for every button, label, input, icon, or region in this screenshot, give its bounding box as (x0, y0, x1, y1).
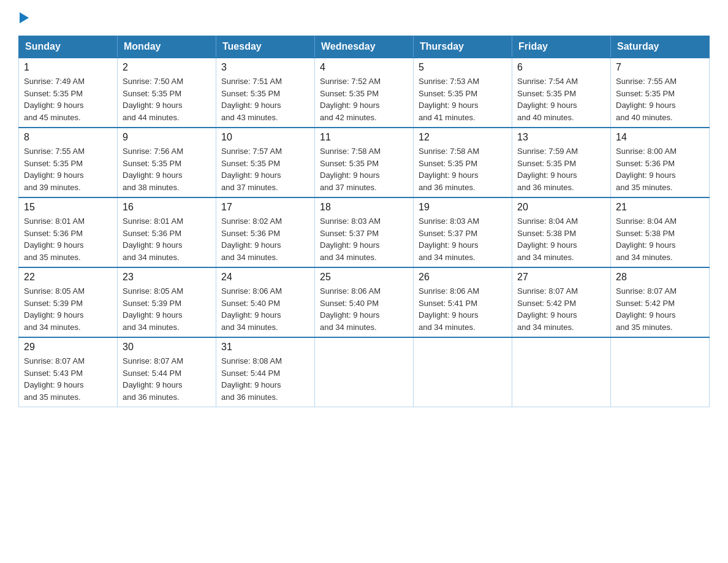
calendar-day-cell: 5 Sunrise: 7:53 AM Sunset: 5:35 PM Dayli… (414, 58, 512, 128)
calendar-day-cell: 8 Sunrise: 7:55 AM Sunset: 5:35 PM Dayli… (19, 128, 118, 197)
day-number: 26 (419, 272, 507, 283)
day-info: Sunrise: 8:04 AM Sunset: 5:38 PM Dayligh… (517, 215, 605, 263)
calendar-day-cell: 15 Sunrise: 8:01 AM Sunset: 5:36 PM Dayl… (19, 197, 118, 267)
calendar-table: SundayMondayTuesdayWednesdayThursdayFrid… (18, 36, 710, 407)
calendar-week-row: 22 Sunrise: 8:05 AM Sunset: 5:39 PM Dayl… (19, 267, 710, 337)
day-number: 2 (123, 62, 211, 73)
day-info: Sunrise: 8:05 AM Sunset: 5:39 PM Dayligh… (123, 285, 211, 333)
day-info: Sunrise: 8:01 AM Sunset: 5:36 PM Dayligh… (24, 215, 112, 263)
day-number: 10 (221, 132, 309, 143)
day-number: 24 (221, 272, 309, 283)
day-number: 22 (24, 272, 112, 283)
day-number: 4 (320, 62, 408, 73)
calendar-header-tuesday: Tuesday (216, 36, 315, 58)
calendar-day-cell: 7 Sunrise: 7:55 AM Sunset: 5:35 PM Dayli… (611, 58, 710, 128)
day-info: Sunrise: 7:58 AM Sunset: 5:35 PM Dayligh… (320, 145, 408, 193)
calendar-day-cell: 28 Sunrise: 8:07 AM Sunset: 5:42 PM Dayl… (611, 267, 710, 337)
calendar-header-monday: Monday (118, 36, 216, 58)
day-info: Sunrise: 7:56 AM Sunset: 5:35 PM Dayligh… (123, 145, 211, 193)
calendar-day-cell: 26 Sunrise: 8:06 AM Sunset: 5:41 PM Dayl… (414, 267, 512, 337)
day-info: Sunrise: 8:04 AM Sunset: 5:38 PM Dayligh… (616, 215, 704, 263)
day-number: 5 (419, 62, 507, 73)
calendar-week-row: 29 Sunrise: 8:07 AM Sunset: 5:43 PM Dayl… (19, 337, 710, 407)
day-info: Sunrise: 8:02 AM Sunset: 5:36 PM Dayligh… (221, 215, 309, 263)
calendar-header-saturday: Saturday (611, 36, 710, 58)
calendar-day-cell: 10 Sunrise: 7:57 AM Sunset: 5:35 PM Dayl… (216, 128, 315, 197)
day-number: 21 (616, 202, 704, 213)
day-number: 18 (320, 202, 408, 213)
day-number: 19 (419, 202, 507, 213)
calendar-day-cell (414, 337, 512, 407)
day-number: 31 (221, 342, 309, 353)
calendar-day-cell: 30 Sunrise: 8:07 AM Sunset: 5:44 PM Dayl… (118, 337, 216, 407)
day-number: 13 (517, 132, 605, 143)
day-info: Sunrise: 7:58 AM Sunset: 5:35 PM Dayligh… (419, 145, 507, 193)
calendar-week-row: 8 Sunrise: 7:55 AM Sunset: 5:35 PM Dayli… (19, 128, 710, 197)
day-info: Sunrise: 8:06 AM Sunset: 5:41 PM Dayligh… (419, 285, 507, 333)
day-number: 14 (616, 132, 704, 143)
calendar-day-cell: 25 Sunrise: 8:06 AM Sunset: 5:40 PM Dayl… (315, 267, 414, 337)
day-number: 27 (517, 272, 605, 283)
day-number: 30 (123, 342, 211, 353)
calendar-day-cell: 18 Sunrise: 8:03 AM Sunset: 5:37 PM Dayl… (315, 197, 414, 267)
calendar-day-cell: 4 Sunrise: 7:52 AM Sunset: 5:35 PM Dayli… (315, 58, 414, 128)
calendar-day-cell: 24 Sunrise: 8:06 AM Sunset: 5:40 PM Dayl… (216, 267, 315, 337)
calendar-day-cell: 11 Sunrise: 7:58 AM Sunset: 5:35 PM Dayl… (315, 128, 414, 197)
calendar-day-cell: 12 Sunrise: 7:58 AM Sunset: 5:35 PM Dayl… (414, 128, 512, 197)
calendar-day-cell: 23 Sunrise: 8:05 AM Sunset: 5:39 PM Dayl… (118, 267, 216, 337)
day-number: 12 (419, 132, 507, 143)
day-info: Sunrise: 7:54 AM Sunset: 5:35 PM Dayligh… (517, 75, 605, 123)
calendar-day-cell (512, 337, 611, 407)
logo-arrow-icon (20, 12, 29, 23)
calendar-day-cell: 29 Sunrise: 8:07 AM Sunset: 5:43 PM Dayl… (19, 337, 118, 407)
day-number: 8 (24, 132, 112, 143)
day-info: Sunrise: 7:55 AM Sunset: 5:35 PM Dayligh… (24, 145, 112, 193)
day-info: Sunrise: 7:59 AM Sunset: 5:35 PM Dayligh… (517, 145, 605, 193)
calendar-day-cell: 9 Sunrise: 7:56 AM Sunset: 5:35 PM Dayli… (118, 128, 216, 197)
day-number: 25 (320, 272, 408, 283)
day-number: 29 (24, 342, 112, 353)
calendar-header-wednesday: Wednesday (315, 36, 414, 58)
day-info: Sunrise: 7:55 AM Sunset: 5:35 PM Dayligh… (616, 75, 704, 123)
day-info: Sunrise: 8:01 AM Sunset: 5:36 PM Dayligh… (123, 215, 211, 263)
day-info: Sunrise: 7:51 AM Sunset: 5:35 PM Dayligh… (221, 75, 309, 123)
day-number: 11 (320, 132, 408, 143)
calendar-day-cell: 2 Sunrise: 7:50 AM Sunset: 5:35 PM Dayli… (118, 58, 216, 128)
calendar-day-cell: 21 Sunrise: 8:04 AM Sunset: 5:38 PM Dayl… (611, 197, 710, 267)
day-number: 15 (24, 202, 112, 213)
day-info: Sunrise: 7:49 AM Sunset: 5:35 PM Dayligh… (24, 75, 112, 123)
calendar-week-row: 1 Sunrise: 7:49 AM Sunset: 5:35 PM Dayli… (19, 58, 710, 128)
day-number: 3 (221, 62, 309, 73)
day-number: 6 (517, 62, 605, 73)
calendar-day-cell: 17 Sunrise: 8:02 AM Sunset: 5:36 PM Dayl… (216, 197, 315, 267)
day-number: 17 (221, 202, 309, 213)
logo (18, 12, 29, 23)
calendar-day-cell: 19 Sunrise: 8:03 AM Sunset: 5:37 PM Dayl… (414, 197, 512, 267)
day-info: Sunrise: 8:06 AM Sunset: 5:40 PM Dayligh… (320, 285, 408, 333)
calendar-day-cell: 27 Sunrise: 8:07 AM Sunset: 5:42 PM Dayl… (512, 267, 611, 337)
page-header (18, 12, 710, 23)
day-info: Sunrise: 8:07 AM Sunset: 5:42 PM Dayligh… (616, 285, 704, 333)
day-info: Sunrise: 8:03 AM Sunset: 5:37 PM Dayligh… (419, 215, 507, 263)
day-info: Sunrise: 8:07 AM Sunset: 5:42 PM Dayligh… (517, 285, 605, 333)
calendar-header-friday: Friday (512, 36, 611, 58)
day-number: 28 (616, 272, 704, 283)
calendar-day-cell: 16 Sunrise: 8:01 AM Sunset: 5:36 PM Dayl… (118, 197, 216, 267)
calendar-day-cell (315, 337, 414, 407)
day-info: Sunrise: 8:06 AM Sunset: 5:40 PM Dayligh… (221, 285, 309, 333)
calendar-day-cell: 20 Sunrise: 8:04 AM Sunset: 5:38 PM Dayl… (512, 197, 611, 267)
calendar-header-thursday: Thursday (414, 36, 512, 58)
calendar-day-cell: 6 Sunrise: 7:54 AM Sunset: 5:35 PM Dayli… (512, 58, 611, 128)
day-number: 16 (123, 202, 211, 213)
day-info: Sunrise: 7:53 AM Sunset: 5:35 PM Dayligh… (419, 75, 507, 123)
day-number: 7 (616, 62, 704, 73)
day-info: Sunrise: 8:03 AM Sunset: 5:37 PM Dayligh… (320, 215, 408, 263)
day-number: 20 (517, 202, 605, 213)
day-info: Sunrise: 8:07 AM Sunset: 5:44 PM Dayligh… (123, 355, 211, 403)
logo-general (18, 12, 29, 23)
calendar-day-cell (611, 337, 710, 407)
calendar-day-cell: 13 Sunrise: 7:59 AM Sunset: 5:35 PM Dayl… (512, 128, 611, 197)
day-info: Sunrise: 8:07 AM Sunset: 5:43 PM Dayligh… (24, 355, 112, 403)
day-info: Sunrise: 8:05 AM Sunset: 5:39 PM Dayligh… (24, 285, 112, 333)
day-info: Sunrise: 8:00 AM Sunset: 5:36 PM Dayligh… (616, 145, 704, 193)
